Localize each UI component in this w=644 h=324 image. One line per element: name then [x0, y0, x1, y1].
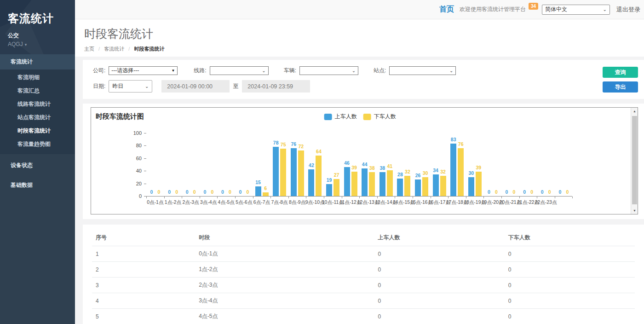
bar-value-boarding: 15 — [251, 179, 265, 185]
y-tick-label: 20 — [128, 181, 142, 186]
breadcrumb-section[interactable]: 客流统计 — [104, 46, 124, 52]
table-row: 32点-3点00 — [92, 278, 635, 293]
station-select[interactable]: ⌄ — [389, 66, 456, 75]
sidebar-item-4[interactable]: 时段客流统计 — [0, 124, 75, 138]
bar-alighting — [351, 172, 357, 196]
x-tick — [537, 197, 537, 198]
bar-alighting — [280, 149, 286, 196]
bar-boarding — [326, 184, 332, 196]
logout-link[interactable]: 退出登录 — [616, 6, 640, 14]
x-tick — [217, 197, 218, 198]
scrollbar-thumb[interactable] — [632, 116, 637, 204]
x-tick — [253, 197, 253, 198]
bar-alighting — [369, 172, 375, 196]
y-tick-label: 0 — [128, 193, 142, 199]
line-select[interactable]: ⌄ — [210, 66, 269, 75]
table-cell: 0 — [505, 293, 635, 309]
bar-value-boarding: 30 — [464, 170, 478, 176]
top-navbar: 首页 欢迎使用客流统计管理平台 34 简体中文 ⌄ 退出登录 — [75, 0, 644, 19]
breadcrumb-current: 时段客流统计 — [134, 46, 164, 52]
table-cell: 1点-2点 — [195, 262, 374, 278]
sidebar-item-3[interactable]: 站点客流统计 — [0, 111, 75, 124]
x-tick — [324, 197, 324, 198]
filter-panel: 公司: ---请选择--- ▼ 线路: ⌄ 车辆: ⌄ 站点: — [83, 60, 644, 99]
y-tick-label: 80 — [128, 143, 142, 148]
table-cell: 0 — [374, 262, 505, 278]
table-row: 43点-4点00 — [92, 293, 635, 309]
sidebar-group-base-data[interactable]: 基础数据 — [0, 177, 75, 194]
bar-value-alighting: 0 — [560, 189, 574, 195]
y-tick — [144, 133, 146, 133]
export-button[interactable]: 导出 — [603, 81, 638, 93]
table-cell: 0 — [505, 309, 635, 324]
header-period: 时段 — [195, 229, 374, 246]
bar-value-boarding: 42 — [305, 162, 318, 168]
page-title: 时段客流统计 — [84, 26, 644, 41]
date-to-input[interactable]: 2024-01-09 23:59 — [242, 80, 310, 93]
chart-scrollbar[interactable]: ▲ ▼ — [631, 108, 638, 214]
x-tick — [182, 197, 182, 198]
x-tick — [377, 197, 378, 198]
x-tick — [483, 197, 484, 198]
content-area: 公司: ---请选择--- ▼ 线路: ⌄ 车辆: ⌄ 站点: — [75, 57, 644, 324]
sidebar-item-1[interactable]: 客流汇总 — [0, 84, 75, 98]
breadcrumb-home[interactable]: 主页 — [84, 46, 94, 52]
table-cell: 0 — [505, 262, 635, 278]
bar-value-alighting: 64 — [312, 149, 326, 154]
chevron-down-icon: ⌄ — [145, 84, 149, 89]
header-boarding: 上车人数 — [374, 229, 505, 246]
language-select[interactable]: 简体中文 ⌄ — [542, 5, 610, 15]
bar-value-alighting: 76 — [454, 141, 468, 147]
scroll-down-arrow-icon[interactable]: ▼ — [631, 207, 638, 214]
query-button[interactable]: 查询 — [603, 67, 638, 78]
x-tick — [146, 197, 147, 198]
y-tick — [144, 171, 146, 171]
table-panel: 序号 时段 上车人数 下车人数 10点-1点0021点-2点0032点-3点00… — [83, 225, 644, 324]
x-tick — [448, 197, 448, 198]
table-cell: 0 — [374, 278, 505, 293]
x-tick — [235, 197, 236, 198]
table-cell: 4点-5点 — [195, 309, 374, 324]
x-tick — [501, 197, 502, 198]
bar-alighting — [263, 192, 269, 196]
table-cell: 2 — [92, 262, 195, 278]
vehicle-label: 车辆: — [284, 67, 296, 75]
x-tick — [555, 197, 555, 198]
company-label: 公司: — [93, 67, 105, 75]
org-name: 公交 — [8, 32, 75, 40]
chart-panel: 时段车流统计图 上车人数 下车人数 020406080100000点-1点001… — [83, 104, 644, 219]
company-select[interactable]: ---请选择--- ▼ — [109, 66, 178, 75]
chevron-down-icon: ⌄ — [352, 68, 356, 73]
table-cell: 5 — [92, 309, 195, 324]
x-axis-label: 22点-23点 — [532, 199, 560, 206]
chevron-down-icon: ⌄ — [449, 68, 453, 73]
sidebar-item-2[interactable]: 线路客流统计 — [0, 98, 75, 111]
y-tick — [144, 184, 146, 184]
header-alighting: 下车人数 — [505, 229, 635, 246]
home-link[interactable]: 首页 — [439, 5, 454, 14]
bar-value-boarding: 19 — [322, 177, 336, 183]
user-menu[interactable]: AQGJ▾ — [8, 41, 75, 47]
x-tick — [200, 197, 200, 198]
sidebar-group-device-status[interactable]: 设备状态 — [0, 157, 75, 174]
bar-boarding — [397, 179, 403, 196]
date-range-separator: 至 — [230, 80, 242, 93]
bar-alighting — [316, 156, 322, 196]
bar-boarding — [344, 167, 350, 196]
page-header: 时段客流统计 主页 / 客流统计 / 时段客流统计 — [75, 19, 644, 58]
sidebar-item-5[interactable]: 客流量趋势图 — [0, 138, 75, 151]
table-cell: 0点-1点 — [195, 246, 374, 262]
sidebar-item-0[interactable]: 客流明细 — [0, 71, 75, 84]
bar-boarding — [468, 177, 474, 196]
date-preset-select[interactable]: 昨日 ⌄ — [109, 80, 152, 93]
table-header-row: 序号 时段 上车人数 下车人数 — [92, 229, 635, 246]
scroll-up-arrow-icon[interactable]: ▲ — [631, 108, 638, 115]
vehicle-select[interactable]: ⌄ — [299, 66, 358, 75]
table-cell: 0 — [374, 246, 505, 262]
bar-boarding — [450, 144, 456, 196]
bar-boarding — [291, 148, 297, 196]
notification-badge[interactable]: 34 — [529, 3, 538, 10]
date-from-input[interactable]: 2024-01-09 00:00 — [161, 80, 230, 93]
sidebar-group-passenger-stats[interactable]: 客流统计 — [0, 54, 75, 69]
language-select-value: 简体中文 — [545, 6, 567, 13]
